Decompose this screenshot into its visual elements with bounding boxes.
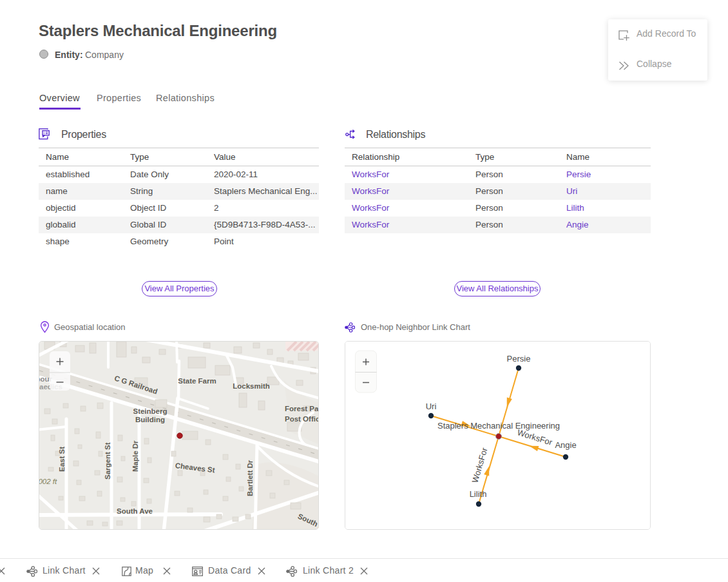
svg-text:State Farm: State Farm — [178, 377, 216, 385]
svg-text:1002 ft: 1002 ft — [39, 478, 57, 485]
svg-text:Maple Dr: Maple Dr — [131, 440, 139, 472]
svg-text:South Ave: South Ave — [117, 507, 153, 515]
svg-text:Persie: Persie — [507, 354, 531, 364]
svg-text:Angie: Angie — [555, 440, 576, 450]
svg-text:Sargent St: Sargent St — [104, 442, 111, 480]
svg-text:East St: East St — [58, 447, 66, 472]
svg-text:Locksmith: Locksmith — [233, 382, 270, 390]
svg-text:Building: Building — [135, 416, 165, 423]
svg-text:Lilith: Lilith — [470, 489, 487, 499]
svg-text:Uri: Uri — [426, 402, 437, 411]
svg-text:Forest Par: Forest Par — [285, 405, 319, 412]
svg-text:Bartlett Dr: Bartlett Dr — [246, 460, 254, 496]
svg-text:Staplers Mechanical Engineerin: Staplers Mechanical Engineering — [437, 421, 560, 431]
svg-text:Steinberg: Steinberg — [133, 407, 167, 415]
svg-text:Post Office: Post Office — [285, 415, 319, 423]
